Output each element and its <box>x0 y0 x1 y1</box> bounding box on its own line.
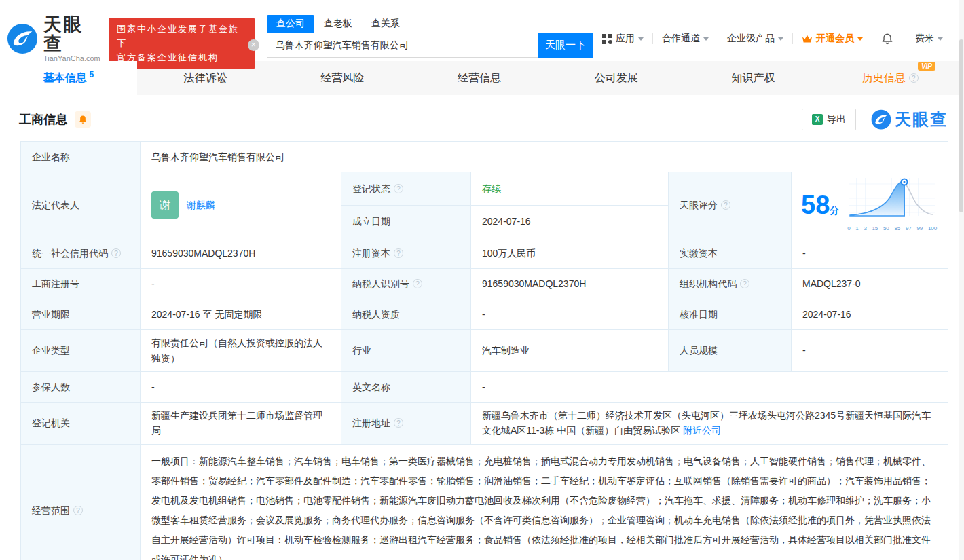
field-value-company-type: 有限责任公司（自然人投资或控股的法人独资） <box>141 330 341 371</box>
legal-representative-cell: 谢 谢麒麟 <box>141 172 341 238</box>
field-value-paid-capital: - <box>792 238 948 268</box>
chevron-down-icon <box>938 37 943 41</box>
tab-legal-litigation[interactable]: 法律诉讼 <box>137 61 274 95</box>
tab-basic-info[interactable]: 基本信息 5 <box>0 61 137 95</box>
field-value-approval-date: 2024-07-16 <box>792 299 948 329</box>
nav-apps[interactable]: 应用 <box>593 33 652 45</box>
field-label-staff-size: 人员规模 <box>669 330 791 371</box>
field-label-business-term: 营业期限 <box>21 299 140 329</box>
chevron-down-icon <box>857 37 863 41</box>
avatar[interactable]: 谢 <box>151 191 179 219</box>
score-distribution-chart: 0131550859799100 <box>847 176 937 234</box>
nearby-companies-link[interactable]: 附近公司 <box>683 425 721 436</box>
score-axis-ticks: 0131550859799100 <box>847 225 937 234</box>
field-label-business-scope: 经营范围 <box>21 445 140 560</box>
nav-open-membership[interactable]: 开通会员 <box>793 33 872 45</box>
site-header: 天眼查 TianYanCha.com 国家中小企业发展子基金旗下 官方备案企业征… <box>0 5 964 61</box>
field-value-business-term: 2024-07-16 至 无固定期限 <box>141 299 341 329</box>
chevron-down-icon <box>638 37 644 41</box>
search-input[interactable] <box>267 33 538 58</box>
field-value-company-name: 乌鲁木齐仰望汽车销售有限公司 <box>141 142 948 172</box>
help-icon[interactable] <box>394 248 403 258</box>
export-button[interactable]: X 导出 <box>802 109 856 130</box>
vip-badge: VIP <box>918 62 935 71</box>
clear-search-icon[interactable]: × <box>248 39 259 51</box>
tab-history-info[interactable]: VIP 历史信息 <box>821 61 959 95</box>
field-value-taxpayer-quality: - <box>471 299 668 329</box>
legal-representative-link[interactable]: 谢麒麟 <box>187 198 215 212</box>
chevron-down-icon <box>703 37 709 41</box>
nav-cooperation[interactable]: 合作通道 <box>653 33 718 45</box>
field-label-registered-address: 注册地址 <box>341 403 470 444</box>
company-detail-tabs: 基本信息 5 法律诉讼 经营风险 经营信息 公司发展 知识产权 VIP 历史信息 <box>0 61 959 95</box>
search-tab-boss[interactable]: 查老板 <box>314 15 362 33</box>
watermark-logo: 天眼查 <box>871 109 948 130</box>
field-value-industry: 汽车制造业 <box>471 330 668 371</box>
field-label-establish-date: 成立日期 <box>341 206 470 238</box>
field-label-taxpayer-id: 纳税人识别号 <box>341 269 470 299</box>
bell-icon <box>78 115 88 124</box>
help-icon[interactable] <box>111 248 121 258</box>
field-label-registration-status: 登记状态 <box>341 172 470 205</box>
tianyancha-logo-icon <box>7 23 38 54</box>
gov-badge-line1: 国家中小企业发展子基金旗下 <box>117 22 246 51</box>
search-type-tabs: 查公司 查老板 查关系 <box>267 15 593 33</box>
help-icon[interactable] <box>73 506 83 515</box>
scrollbar-thumb[interactable] <box>959 39 963 212</box>
score-value: 58 <box>801 191 830 219</box>
field-value-registration-status: 存续 <box>471 172 668 205</box>
help-icon[interactable] <box>740 279 749 288</box>
crown-icon <box>802 35 813 43</box>
field-value-organization-code: MADQL237-0 <box>792 269 948 299</box>
tab-intellectual-property[interactable]: 知识产权 <box>685 61 822 95</box>
tab-operation-info[interactable]: 经营信息 <box>411 61 548 95</box>
watermark-text: 天眼查 <box>895 109 948 130</box>
tab-count-badge: 5 <box>90 70 94 79</box>
search-button[interactable]: 天眼一下 <box>538 33 593 58</box>
status-badge: 存续 <box>482 181 501 196</box>
field-label-registered-capital: 注册资本 <box>341 238 470 268</box>
field-label-credit-code: 统一社会信用代码 <box>21 238 140 268</box>
field-label-insured-number: 参保人数 <box>21 372 140 402</box>
subscribe-bell-button[interactable] <box>75 111 91 128</box>
field-value-registered-address: 新疆乌鲁木齐市（第十二师）经济技术开发区（头屯河区）三坪农场头屯河公路2345号… <box>471 403 948 444</box>
score-unit: 分 <box>830 205 839 216</box>
tab-company-development[interactable]: 公司发展 <box>548 61 685 95</box>
help-icon[interactable] <box>394 418 403 428</box>
field-value-credit-code: 91659030MADQL2370H <box>141 238 341 268</box>
nav-notifications[interactable] <box>872 33 906 45</box>
vertical-scrollbar[interactable] <box>959 0 964 560</box>
help-icon[interactable] <box>721 200 730 210</box>
field-label-organization-code: 组织机构代码 <box>669 269 791 299</box>
search-tab-company[interactable]: 查公司 <box>267 15 314 33</box>
excel-icon: X <box>812 114 823 125</box>
field-label-legal-representative: 法定代表人 <box>21 172 140 238</box>
field-label-paid-capital: 实缴资本 <box>669 238 791 268</box>
help-icon[interactable] <box>394 184 403 193</box>
field-label-registration-authority: 登记机关 <box>21 403 140 444</box>
site-logo[interactable]: 天眼查 TianYanCha.com <box>7 15 100 62</box>
field-label-approval-date: 核准日期 <box>669 299 791 329</box>
help-icon[interactable] <box>909 73 919 83</box>
chevron-down-icon <box>778 37 783 41</box>
tianyan-score-cell: 58分 <box>792 172 948 238</box>
nav-enterprise-products[interactable]: 企业级产品 <box>718 33 792 45</box>
business-registration-table: 企业名称 乌鲁木齐仰望汽车销售有限公司 法定代表人 谢 谢麒麟 登记状态 存续 … <box>20 141 948 560</box>
field-value-establish-date: 2024-07-16 <box>471 206 668 238</box>
field-value-taxpayer-id: 91659030MADQL2370H <box>471 269 668 299</box>
logo-brand-text: 天眼查 <box>43 15 100 54</box>
top-divider <box>0 0 964 5</box>
field-value-registration-authority: 新疆生产建设兵团第十二师市场监督管理局 <box>141 403 341 444</box>
tab-operation-risk[interactable]: 经营风险 <box>274 61 411 95</box>
nav-user-account[interactable]: 费米 <box>906 33 952 45</box>
tianyancha-logo-icon <box>871 109 891 130</box>
field-label-taxpayer-quality: 纳税人资质 <box>341 299 470 329</box>
field-label-tianyan-score: 天眼评分 <box>669 172 791 238</box>
help-icon[interactable] <box>413 279 422 288</box>
field-label-industry: 行业 <box>341 330 470 371</box>
search-tab-relation[interactable]: 查关系 <box>362 15 409 33</box>
field-label-company-name: 企业名称 <box>21 142 140 172</box>
field-label-english-name: 英文名称 <box>341 372 470 402</box>
apps-grid-icon <box>602 34 612 44</box>
field-label-registration-number: 工商注册号 <box>21 269 140 299</box>
